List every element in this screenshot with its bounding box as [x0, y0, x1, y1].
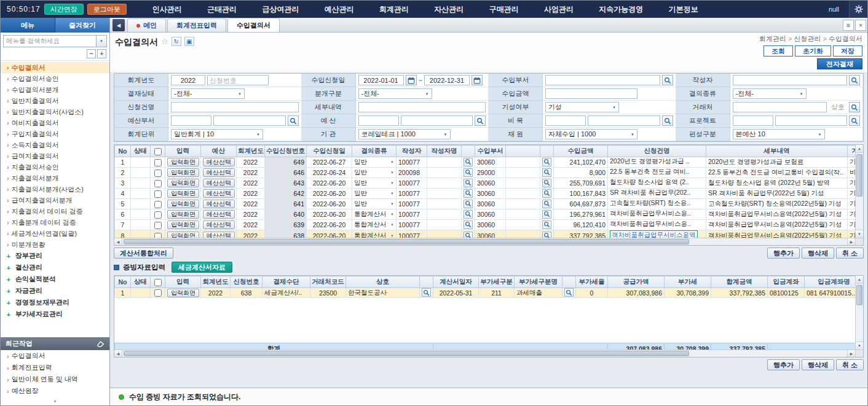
- search-button[interactable]: 조회: [763, 45, 793, 57]
- search-button[interactable]: [542, 168, 551, 177]
- bimok-search-button[interactable]: [662, 115, 673, 126]
- budget-select-button[interactable]: 예산선택: [203, 200, 235, 208]
- document-tab[interactable]: 회계전표입력: [167, 18, 226, 32]
- input-screen-button[interactable]: 입력화면: [167, 210, 199, 219]
- budget-name-input[interactable]: [401, 115, 473, 126]
- sidebar-item[interactable]: › 소득지출결의서: [1, 139, 109, 150]
- column-header[interactable]: 부가세율: [576, 276, 608, 288]
- topbar-menu-item[interactable]: 사업관리: [540, 4, 577, 15]
- invoice-merge-button[interactable]: 계산서통합처리: [114, 248, 173, 259]
- approval-status-select[interactable]: -전체-: [171, 88, 245, 99]
- budget-dept-name-input[interactable]: [213, 115, 286, 126]
- select-all-checkbox[interactable]: [154, 279, 162, 286]
- cell-title[interactable]: 객차비품취급업무서비스용..: [608, 220, 706, 230]
- cell-title[interactable]: 고속철도차량(SRT) 청소용..: [608, 199, 706, 209]
- refresh-icon[interactable]: ↻: [172, 37, 181, 46]
- vertical-scrollbar[interactable]: ▲ ▼: [855, 276, 863, 349]
- request-number-input[interactable]: [207, 75, 269, 85]
- column-header[interactable]: 회계년도: [201, 276, 231, 288]
- cell-title[interactable]: SR 격차비품 취급업무(202..: [608, 189, 706, 199]
- column-header[interactable]: 회계년도: [237, 146, 265, 157]
- search-button[interactable]: [542, 210, 551, 219]
- search-button[interactable]: [464, 179, 473, 187]
- sidebar-tab-menu[interactable]: 메뉴: [1, 18, 55, 33]
- column-header[interactable]: 작성자: [397, 146, 427, 157]
- partner-search-button[interactable]: [849, 102, 860, 112]
- org-select[interactable]: 코레일테크 | 1000: [358, 129, 451, 139]
- date-from-input[interactable]: [358, 75, 404, 85]
- scroll-left-icon[interactable]: ◀: [114, 350, 122, 357]
- scroll-down-icon[interactable]: ▼: [856, 230, 863, 238]
- row-checkbox[interactable]: [154, 222, 162, 229]
- sidebar-item[interactable]: › 지출결의서 데이터 검증: [1, 206, 109, 217]
- input-screen-button[interactable]: 입력화면: [167, 289, 199, 297]
- scrollbar-thumb[interactable]: [856, 285, 862, 305]
- calendar-button[interactable]: [471, 75, 483, 85]
- cancel-button[interactable]: 취 소: [836, 248, 864, 259]
- sidebar-group[interactable]: + 장부관리: [1, 250, 109, 262]
- search-button[interactable]: [542, 158, 551, 166]
- column-header[interactable]: 거래처코드: [310, 276, 346, 288]
- row-checkbox[interactable]: [154, 159, 162, 166]
- topbar-menu-item[interactable]: 급상여관리: [258, 4, 302, 15]
- sidebar-item[interactable]: › 수입결의서승인: [1, 73, 109, 84]
- scroll-up-icon[interactable]: ▲: [856, 145, 863, 153]
- budget-select-button[interactable]: 예산선택: [203, 158, 235, 166]
- row-checkbox[interactable]: [154, 211, 162, 219]
- sidebar-item[interactable]: › 세금계산서연결(일괄): [1, 228, 109, 239]
- favorite-star-icon[interactable]: ☆: [161, 37, 168, 46]
- e-approval-button[interactable]: 전자결재: [817, 58, 862, 69]
- search-button[interactable]: [464, 221, 473, 229]
- sidebar-item[interactable]: › 구입지출결의서: [1, 128, 109, 139]
- cell-resolution-type[interactable]: 일반: [352, 189, 397, 199]
- sidebar-item[interactable]: › 지출분개 데이터 검증: [1, 217, 109, 228]
- acct-unit-select[interactable]: 일반회계 | 10: [171, 129, 263, 139]
- tab-back-button[interactable]: ◀: [112, 19, 125, 31]
- delete-row-button[interactable]: 행삭제: [802, 359, 834, 370]
- expand-all-icon[interactable]: +: [97, 49, 106, 58]
- input-screen-button[interactable]: 입력화면: [167, 200, 199, 208]
- sidebar-item[interactable]: › 지출결의서분개: [1, 173, 109, 184]
- cell-title[interactable]: 철도차량 청소사업 용역 (2..: [608, 178, 706, 189]
- scroll-right-icon[interactable]: ▶: [847, 350, 855, 357]
- budget-select-button[interactable]: 예산선택: [203, 179, 235, 187]
- budget-select-button[interactable]: 예산선택: [203, 189, 235, 198]
- table-row[interactable]: 4 입력화면 예산선택 2022 642 2022-06-20 일반 10007…: [115, 189, 856, 199]
- recent-work-item[interactable]: › 일반이체 연동 및 내역: [1, 373, 109, 385]
- table-row[interactable]: 3 입력화면 예산선택 2022 643 2022-06-20 일반 10007…: [115, 178, 856, 189]
- row-checkbox[interactable]: [154, 180, 162, 187]
- cell-title[interactable]: 객차비품취급업무서비스용..: [608, 209, 706, 220]
- sidebar-item[interactable]: › 급여지출결의서: [1, 150, 109, 162]
- column-header[interactable]: 부가세구분명: [515, 276, 562, 288]
- tax-invoice-button[interactable]: 세금계산서자료: [172, 262, 232, 273]
- table-row[interactable]: 5 입력화면 예산선택 2022 641 2022-06-20 일반 10007…: [115, 199, 856, 209]
- partner-input[interactable]: [733, 102, 827, 112]
- input-screen-button[interactable]: 입력화면: [167, 168, 199, 177]
- budget-select-button[interactable]: 예산선택: [203, 210, 235, 219]
- cell-resolution-type[interactable]: 통합계산서: [352, 220, 397, 230]
- detail-input[interactable]: [358, 102, 486, 112]
- search-button[interactable]: [464, 158, 473, 166]
- column-header[interactable]: 결제수단: [262, 276, 310, 288]
- input-screen-button[interactable]: 입력화면: [167, 189, 199, 198]
- collapse-all-icon[interactable]: −: [87, 49, 96, 58]
- sidebar-item[interactable]: › 일반지출결의서(사업소): [1, 106, 109, 117]
- sidebar-item[interactable]: › 수입결의서: [1, 62, 109, 73]
- cell-giseong[interactable]: 기성: [848, 209, 856, 220]
- column-header[interactable]: 상호: [346, 276, 420, 288]
- cell-giseong[interactable]: 기성: [848, 157, 856, 168]
- sidebar-tab-favorites[interactable]: 즐겨찾기: [55, 18, 109, 33]
- reset-button[interactable]: 초기화: [795, 45, 831, 57]
- row-checkbox[interactable]: [154, 190, 162, 198]
- table-row[interactable]: 2 입력화면 예산선택 2022 646 2022-06-24 일반 20009…: [115, 168, 856, 178]
- sidebar-group[interactable]: + 부가세자료관리: [1, 308, 109, 320]
- recent-work-item[interactable]: › 예산원장: [1, 385, 109, 397]
- search-button[interactable]: [564, 288, 574, 297]
- sidebar-item[interactable]: › 여비지출결의서: [1, 117, 109, 128]
- table-row[interactable]: 1 입력화면 2022 638 세금계산서/.. 23500 한국철도공사 20…: [115, 288, 856, 298]
- scrollbar-thumb[interactable]: [124, 239, 689, 244]
- cell-resolution-type[interactable]: 일반: [352, 157, 397, 168]
- tab-list-button[interactable]: ≡: [843, 20, 854, 31]
- table-row[interactable]: 6 입력화면 예산선택 2022 640 2022-06-20 통합계산서 10…: [115, 209, 856, 220]
- column-header[interactable]: 수입부서: [475, 146, 506, 157]
